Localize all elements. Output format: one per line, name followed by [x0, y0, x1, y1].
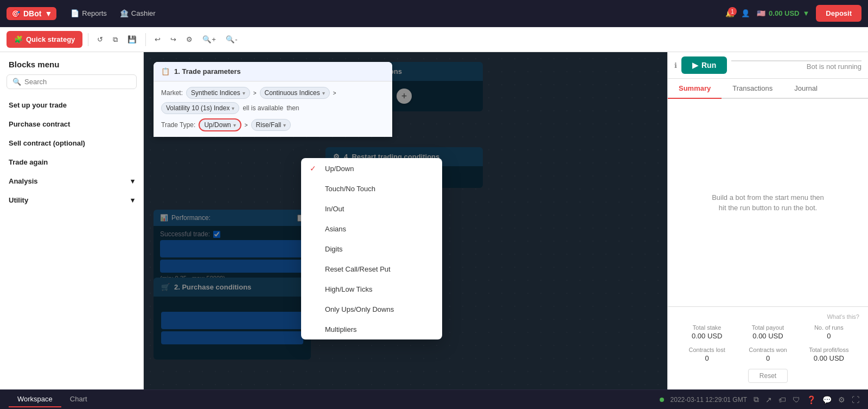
user-account-button[interactable]: 👤 [741, 9, 750, 17]
trade-type-row: Trade Type: Up/Down ▾ > Rise/Fall ▾ [161, 118, 385, 131]
market-value: Synthetic Indices [191, 89, 240, 97]
trade-params-header: 📋 1. Trade parameters [154, 62, 392, 81]
total-stake-label: Total stake [676, 324, 737, 331]
purchase-bar-1 [161, 312, 303, 329]
rise-fall-value: Rise/Fall [256, 121, 282, 129]
dropdown-item-updown[interactable]: ✓ Up/Down [301, 158, 442, 179]
market-dropdown[interactable]: Synthetic Indices ▾ [186, 87, 250, 99]
continuous-indices-dropdown[interactable]: Continuous Indices ▾ [260, 87, 330, 99]
topbar: 🎯 DBot ▼ 📄 Reports 🏦 Cashier 🔔 1 👤 🇺🇸 0.… [0, 0, 868, 27]
panel-info-button[interactable]: ℹ [674, 61, 677, 70]
sidebar-search-box[interactable]: 🔍 [7, 74, 137, 89]
canvas-area: 📋 1. Trade parameters Market: Synthetic … [144, 52, 667, 389]
app-logo[interactable]: 🎯 DBot ▼ [7, 7, 56, 20]
whats-this-link[interactable]: What's this? [676, 313, 859, 320]
dropdown-item-digits[interactable]: Digits [301, 239, 442, 259]
bottom-shield-icon[interactable]: 🛡 [793, 395, 800, 404]
trade-type-dropdown[interactable]: Up/Down ▾ [199, 118, 241, 131]
zoom-in-button[interactable]: 🔍+ [199, 32, 219, 47]
successful-trade-checkbox[interactable] [213, 231, 220, 238]
right-panel-header: ℹ ▶ Run Bot is not running [668, 52, 868, 79]
sidebar-label-utility: Utility [9, 196, 28, 204]
utility-chevron-icon: ▾ [131, 196, 135, 204]
topbar-cashier[interactable]: 🏦 Cashier [114, 6, 161, 21]
total-payout-value: 0.00 USD [737, 332, 798, 340]
zoom-out-button[interactable]: 🔍- [222, 32, 240, 47]
dropdown-item-only-ups[interactable]: Only Ups/Only Downs [301, 299, 442, 319]
bottom-settings-icon[interactable]: ⚙ [838, 395, 845, 404]
sidebar-item-trade-again[interactable]: Trade again [0, 153, 143, 172]
volatility-dropdown[interactable]: Volatility 10 (1s) Index ▾ [161, 102, 239, 114]
purchase-conditions-block: 🛒 2. Purchase conditions [154, 278, 311, 360]
bottom-tab-chart[interactable]: Chart [61, 392, 96, 407]
quick-strategy-button[interactable]: 🧩 Quick strategy [7, 31, 82, 48]
notification-button[interactable]: 🔔 1 [725, 9, 735, 17]
market-row: Market: Synthetic Indices ▾ > Continuous… [161, 87, 385, 114]
dropdown-item-inout[interactable]: In/Out [301, 199, 442, 219]
bottom-help-icon[interactable]: ❓ [807, 395, 816, 404]
bottom-tag-icon[interactable]: 🏷 [778, 395, 786, 404]
market-label: Market: [161, 89, 183, 97]
dropdown-item-high-low[interactable]: High/Low Ticks [301, 279, 442, 299]
toolbar: 🧩 Quick strategy ↺ ⧉ 💾 ↩ ↪ ⚙ 🔍+ 🔍- [0, 27, 868, 52]
add-sell-condition-button[interactable]: + [397, 89, 412, 104]
deposit-button[interactable]: Deposit [816, 5, 861, 22]
bottom-export-icon[interactable]: ↗ [765, 395, 772, 404]
sidebar-item-sell-contract[interactable]: Sell contract (optional) [0, 134, 143, 153]
redo-button[interactable]: ↪ [167, 32, 180, 47]
total-stake-value: 0.00 USD [676, 332, 737, 340]
arrow-right-2-icon: > [333, 90, 336, 96]
reset-button[interactable]: Reset [748, 369, 788, 383]
run-play-icon: ▶ [692, 61, 698, 70]
no-of-runs-label: No. of runs [799, 324, 859, 331]
topbar-reports[interactable]: 📄 Reports [65, 6, 112, 21]
dropdown-item-multipliers[interactable]: Multipliers [301, 319, 442, 339]
dropdown-item-reset-call[interactable]: Reset Call/Reset Put [301, 259, 442, 279]
dropdown-item-label: Only Ups/Only Downs [325, 305, 394, 313]
bot-status: Bot is not running [731, 60, 861, 71]
dropdown-item-label: Reset Call/Reset Put [325, 265, 391, 273]
undo-button[interactable]: ↩ [151, 32, 164, 47]
topbar-nav: 📄 Reports 🏦 Cashier [65, 6, 161, 21]
status-dot-icon [660, 398, 664, 402]
run-label: Run [701, 61, 716, 70]
dropdown-item-asians[interactable]: Asians [301, 219, 442, 239]
tab-journal[interactable]: Journal [783, 79, 828, 99]
bottom-copy-icon[interactable]: ⧉ [754, 395, 759, 404]
dropdown-item-label: Up/Down [325, 165, 354, 173]
sidebar-item-utility[interactable]: Utility ▾ [0, 191, 143, 210]
bottom-tab-workspace[interactable]: Workspace [9, 392, 61, 407]
balance-area[interactable]: 🇺🇸 0.00 USD ▼ [757, 9, 809, 17]
sidebar-item-setup-trade[interactable]: Set up your trade [0, 96, 143, 115]
trade-params-body: Market: Synthetic Indices ▾ > Continuous… [154, 81, 392, 137]
dropdown-item-label: Touch/No Touch [325, 185, 375, 193]
dropdown-item-label: In/Out [325, 205, 344, 213]
sidebar-item-analysis[interactable]: Analysis ▾ [0, 172, 143, 191]
panel-hint-text: Build a bot from the start menu then hit… [709, 192, 828, 213]
save-button[interactable]: 💾 [124, 32, 140, 47]
dropdown-item-touch[interactable]: Touch/No Touch [301, 179, 442, 199]
bottom-help-2-icon[interactable]: 💬 [822, 395, 832, 404]
tab-summary[interactable]: Summary [668, 79, 722, 99]
tab-transactions[interactable]: Transactions [722, 79, 783, 99]
dropdown-item-label: Multipliers [325, 325, 357, 334]
toolbar-separator-2 [145, 33, 146, 46]
filter-button[interactable]: ⚙ [183, 32, 196, 47]
dropdown-item-label: High/Low Ticks [325, 285, 372, 293]
successful-trade-row: Successful trade: [160, 230, 304, 238]
flag-icon: 🇺🇸 [757, 9, 765, 17]
stat-total-stake: Total stake 0.00 USD [676, 324, 737, 340]
search-input[interactable] [24, 78, 131, 86]
continuous-arrow-icon: ▾ [322, 90, 325, 96]
sidebar-item-purchase-contract[interactable]: Purchase contract [0, 115, 143, 134]
reports-label: Reports [82, 9, 107, 17]
run-button[interactable]: ▶ Run [681, 56, 727, 74]
bottom-fullscreen-icon[interactable]: ⛶ [852, 395, 859, 404]
rise-fall-dropdown[interactable]: Rise/Fall ▾ [251, 119, 291, 131]
logo-dropdown-icon: ▼ [44, 9, 52, 18]
trade-type-label: Trade Type: [161, 121, 195, 129]
copy-button[interactable]: ⧉ [110, 32, 121, 47]
trade-params-icon: 📋 [161, 67, 170, 75]
reload-button[interactable]: ↺ [94, 32, 106, 47]
sidebar-label-trade-again: Trade again [9, 158, 48, 166]
